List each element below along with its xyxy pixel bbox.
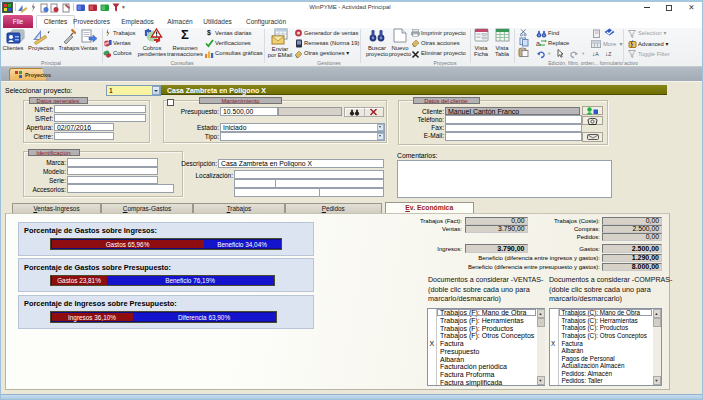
svg-text:a: a [536, 40, 540, 47]
